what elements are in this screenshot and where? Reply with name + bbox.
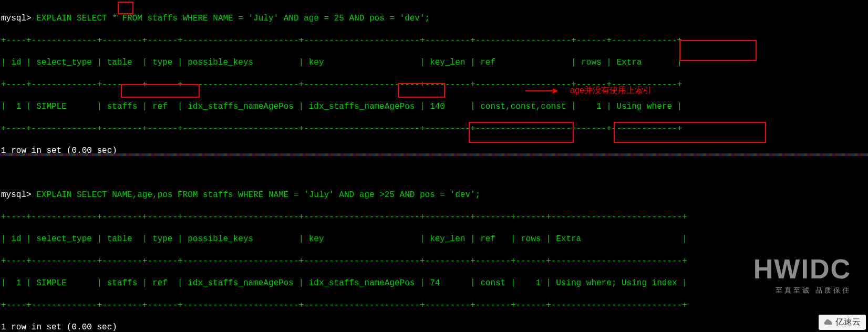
q1-sep-top: +----+-------------+--------+------+----… [1,35,867,46]
q2-row: | 1 | SIMPLE | staffs | ref | idx_staffs… [1,278,867,289]
arrow-icon [525,90,557,91]
watermark-logo: HWIDC [753,253,851,285]
q2-sep-mid: +----+-------------+--------+------+----… [1,256,867,267]
noise-bar [0,153,868,156]
q2-line: mysql> EXPLAIN SELECT NAME,age,pos FROM … [1,190,867,201]
q1-star: * [112,14,117,23]
cloud-icon [824,318,833,327]
watermark-subtitle: 至真至诚 品质保住 [776,286,851,295]
watermark-badge: 亿速云 [819,315,866,330]
q1-line: mysql> EXPLAIN SELECT * FROM staffs WHER… [1,13,867,24]
q1-row: | 1 | SIMPLE | staffs | ref | idx_staffs… [1,101,867,112]
q2-cols: NAME,age,pos [112,190,172,200]
q2-footer: 1 row in set (0.00 sec) [1,322,867,332]
blank-line [1,168,867,179]
prompt: mysql> [1,190,32,200]
annotation-text: age并没有使用上索引 [570,85,652,96]
q1-sep-bot: +----+-------------+--------+------+----… [1,123,867,134]
q2-sep-top: +----+-------------+--------+------+----… [1,212,867,223]
q1-header: | id | select_type | table | type | poss… [1,57,867,68]
prompt: mysql> [1,14,32,23]
q2-age: age >25 [359,190,395,200]
terminal: mysql> EXPLAIN SELECT * FROM staffs WHER… [0,0,868,332]
q1-sep-mid: +----+-------------+--------+------+----… [1,79,867,90]
q2-sep-bot: +----+-------------+--------+------+----… [1,300,867,311]
q2-header: | id | select_type | table | type | poss… [1,234,867,245]
